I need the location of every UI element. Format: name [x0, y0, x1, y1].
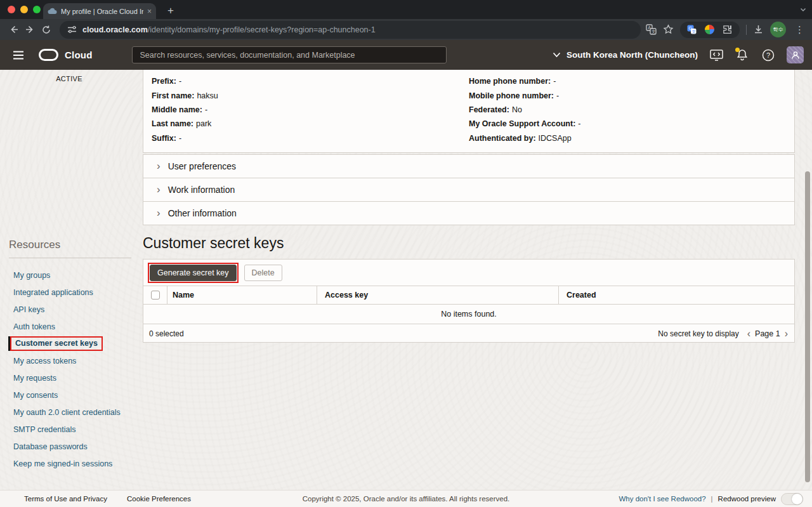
notifications-bell-icon[interactable] — [735, 48, 750, 63]
url-text: cloud.oracle.com/identity/domains/my-pro… — [82, 25, 376, 34]
url-bar[interactable]: cloud.oracle.com/identity/domains/my-pro… — [60, 21, 641, 39]
column-header-created: Created — [558, 286, 794, 304]
page-indicator: Page 1 — [755, 329, 780, 338]
url-path: /identity/domains/my-profile/secret-keys… — [148, 25, 376, 34]
maximize-window-button[interactable] — [33, 6, 41, 13]
generate-secret-key-button[interactable]: Generate secret key — [150, 265, 237, 281]
profile-field: Suffix:- — [152, 131, 218, 145]
chevron-right-icon: › — [157, 184, 160, 195]
window-controls — [8, 6, 41, 13]
secret-keys-table-panel: Generate secret key Delete Name Access k… — [143, 259, 795, 343]
oci-header: Cloud South Korea North (Chuncheon) — [0, 40, 812, 70]
cookie-preferences-link[interactable]: Cookie Preferences — [127, 495, 191, 503]
browser-tab[interactable]: My profile | Oracle Cloud Infra × — [43, 3, 156, 19]
sidebar-item-database-passwords[interactable]: Database passwords — [0, 438, 138, 455]
selected-indicator-bar — [8, 336, 10, 351]
svg-text:文: 文 — [652, 29, 656, 34]
sidebar-item-my-groups[interactable]: My groups — [0, 267, 138, 284]
user-avatar[interactable] — [787, 46, 804, 63]
browser-profile-avatar[interactable]: 학수 — [770, 22, 786, 37]
help-icon[interactable]: ? — [761, 48, 776, 63]
profile-left-column: Prefix:- First name:haksu Middle name:- … — [152, 74, 218, 145]
select-all-checkbox[interactable] — [151, 291, 160, 300]
sidebar-item-my-consents[interactable]: My consents — [0, 386, 138, 404]
next-page-icon[interactable]: › — [785, 329, 788, 339]
browser-tab-strip: My profile | Oracle Cloud Infra × + — [0, 0, 812, 19]
page-title: Customer secret keys — [143, 234, 284, 253]
back-icon[interactable] — [5, 22, 22, 38]
extensions-puzzle-icon[interactable] — [723, 25, 733, 35]
annotation-red-box: Customer secret keys — [10, 336, 103, 351]
profile-field: Middle name:- — [152, 103, 218, 117]
downloads-icon[interactable] — [753, 24, 764, 35]
page-footer: Terms of Use and Privacy Cookie Preferen… — [0, 490, 812, 507]
close-window-button[interactable] — [8, 6, 15, 13]
browser-menu-icon[interactable]: ⋮ — [792, 24, 807, 36]
sidebar-item-my-requests[interactable]: My requests — [0, 369, 138, 386]
chevron-down-icon — [553, 52, 561, 58]
column-header-name: Name — [167, 286, 317, 304]
search-input[interactable] — [132, 46, 447, 63]
redwood-help-link[interactable]: Why don't I see Redwood? — [619, 495, 705, 503]
terms-link[interactable]: Terms of Use and Privacy — [24, 495, 107, 503]
chevron-right-icon: › — [157, 207, 160, 218]
hamburger-menu-icon[interactable] — [9, 46, 28, 65]
oracle-logo — [39, 49, 58, 61]
previous-page-icon[interactable]: ‹ — [747, 329, 750, 339]
accordion-work-information[interactable]: › Work information — [143, 178, 795, 202]
redwood-preview-toggle[interactable] — [781, 493, 803, 505]
annotation-red-box: Generate secret key — [148, 263, 239, 283]
delete-button[interactable]: Delete — [244, 265, 282, 281]
empty-state-message: No items found. — [143, 305, 794, 324]
sidebar-item-auth-tokens[interactable]: Auth tokens — [0, 318, 138, 335]
sidebar-nav: My groups Integrated applications API ke… — [0, 267, 138, 472]
svg-text:文: 文 — [692, 29, 696, 34]
extension-translate-icon[interactable]: G 文 — [687, 25, 697, 34]
accordion-user-preferences[interactable]: › User preferences — [143, 154, 795, 178]
bookmark-star-icon[interactable] — [663, 24, 674, 35]
sidebar-item-customer-secret-keys[interactable]: Customer secret keys — [0, 335, 138, 352]
tab-title: My profile | Oracle Cloud Infra — [61, 8, 143, 15]
notification-dot — [735, 48, 740, 52]
translate-icon[interactable]: A 文 — [646, 24, 657, 35]
profile-field: My Oracle Support Account:- — [469, 117, 580, 131]
region-label: South Korea North (Chuncheon) — [566, 50, 698, 60]
accordion-other-information[interactable]: › Other information — [143, 201, 795, 225]
sidebar-item-integrated-applications[interactable]: Integrated applications — [0, 284, 138, 301]
new-tab-button[interactable]: + — [162, 3, 179, 19]
console-icon[interactable] — [709, 48, 724, 63]
sidebar-item-keep-me-signed-in[interactable]: Keep me signed-in sessions — [0, 455, 138, 472]
sidebar-item-smtp-credentials[interactable]: SMTP credentials — [0, 421, 138, 438]
tab-strip-chevron-icon[interactable] — [799, 6, 807, 13]
content-area: ACTIVE Resources My groups Integrated ap… — [0, 70, 812, 490]
profile-right-column: Home phone number:- Mobile phone number:… — [469, 74, 580, 145]
forward-icon[interactable] — [22, 22, 38, 38]
footer-separator: | — [711, 495, 713, 503]
sidebar-item-api-keys[interactable]: API keys — [0, 301, 138, 318]
tab-close-icon[interactable]: × — [147, 7, 152, 16]
profile-field: Federated:No — [469, 103, 580, 117]
region-selector[interactable]: South Korea North (Chuncheon) — [553, 50, 698, 60]
site-settings-icon[interactable] — [67, 25, 77, 34]
svg-text:?: ? — [766, 51, 770, 59]
toolbar-actions: A 文 G 文 — [646, 22, 807, 38]
profile-field: Prefix:- — [152, 74, 218, 88]
profile-field: Last name:park — [152, 117, 218, 131]
sidebar-item-oauth-client-credentials[interactable]: My oauth 2.0 client credentials — [0, 404, 138, 421]
reload-icon[interactable] — [38, 22, 55, 38]
sidebar: ACTIVE Resources My groups Integrated ap… — [0, 70, 138, 490]
vertical-scrollbar[interactable] — [805, 171, 810, 482]
brand-label: Cloud — [65, 49, 93, 60]
resources-heading: Resources — [9, 239, 60, 251]
chevron-right-icon: › — [157, 161, 160, 171]
browser-toolbar: cloud.oracle.com/identity/domains/my-pro… — [0, 19, 812, 40]
minimize-window-button[interactable] — [20, 6, 28, 13]
sidebar-item-my-access-tokens[interactable]: My access tokens — [0, 352, 138, 369]
selected-count: 0 selected — [149, 329, 184, 338]
profile-details-panel: Prefix:- First name:haksu Middle name:- … — [143, 70, 795, 153]
url-domain: cloud.oracle.com — [82, 25, 148, 34]
pagination: No secret key to display ‹ Page 1 › — [658, 329, 788, 339]
pagination-status: No secret key to display — [658, 329, 738, 338]
photos-icon[interactable] — [705, 25, 714, 34]
profile-field: First name:haksu — [152, 88, 218, 102]
